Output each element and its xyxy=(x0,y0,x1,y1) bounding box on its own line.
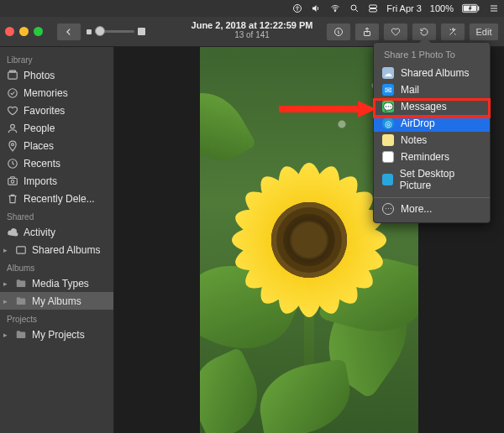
favorite-button[interactable] xyxy=(383,23,408,41)
messages-icon: 💬 xyxy=(382,101,394,112)
svg-point-2 xyxy=(351,5,356,10)
sidebar: Library Photos Memories Favorites People… xyxy=(0,47,114,433)
sidebar-item-photos[interactable]: Photos xyxy=(0,66,113,84)
sidebar-item-label: Photos xyxy=(24,70,55,81)
cloud-icon xyxy=(7,227,18,238)
upload-menu-icon[interactable] xyxy=(292,3,302,13)
airdrop-icon: ◎ xyxy=(382,117,394,129)
window-zoom-button[interactable] xyxy=(34,27,43,36)
sidebar-item-recents[interactable]: Recents xyxy=(0,154,113,172)
sidebar-item-memories[interactable]: Memories xyxy=(0,84,113,102)
edit-button[interactable]: Edit xyxy=(469,23,499,41)
sidebar-item-label: People xyxy=(24,123,55,134)
section-label-library: Library xyxy=(0,50,113,66)
sidebar-item-label: Shared Albums xyxy=(32,244,100,256)
svg-point-1 xyxy=(335,10,337,12)
enhance-button[interactable] xyxy=(440,23,465,41)
reminders-icon xyxy=(382,151,394,163)
svg-point-12 xyxy=(8,88,18,97)
share-menu-item-label: Shared Albums xyxy=(401,67,469,79)
places-icon xyxy=(7,140,18,152)
info-button[interactable] xyxy=(326,23,351,41)
cloud-icon: ☁ xyxy=(382,67,394,79)
svg-point-17 xyxy=(11,180,14,183)
sidebar-item-label: Memories xyxy=(24,87,68,99)
svg-point-13 xyxy=(11,124,15,128)
controlcenter-menu-icon[interactable] xyxy=(368,3,378,13)
sidebar-item-label: Recents xyxy=(24,158,60,170)
sidebar-item-imports[interactable]: Imports xyxy=(0,172,113,190)
sidebar-item-label: Imports xyxy=(24,175,57,187)
svg-rect-11 xyxy=(10,70,16,72)
desktop-icon xyxy=(382,174,393,185)
svg-point-14 xyxy=(12,143,14,145)
sidebar-item-shared-albums[interactable]: ▸ Shared Albums xyxy=(0,241,113,258)
svg-rect-18 xyxy=(11,176,15,178)
people-icon xyxy=(7,123,18,134)
disclosure-icon[interactable]: ▸ xyxy=(3,279,10,288)
back-button[interactable] xyxy=(56,23,81,41)
sidebar-item-label: My Albums xyxy=(32,295,81,307)
folder-icon xyxy=(15,278,27,290)
mac-menubar: Fri Apr 3 100% xyxy=(0,0,504,17)
title-block: June 2, 2018 at 12:22:59 PM 13 of 141 xyxy=(192,20,313,39)
share-menu-item-shared-albums[interactable]: ☁ Shared Albums xyxy=(374,65,490,81)
zoom-slider[interactable] xyxy=(87,28,145,35)
sidebar-item-label: Favorites xyxy=(24,105,65,117)
share-menu-item-set-desktop-picture[interactable]: Set Desktop Picture xyxy=(374,165,490,194)
memories-icon xyxy=(7,87,18,99)
sidebar-item-label: Media Types xyxy=(32,278,89,290)
sidebar-item-label: My Projects xyxy=(32,329,85,341)
section-label-shared: Shared xyxy=(0,207,113,223)
share-menu-item-messages[interactable]: 💬 Messages xyxy=(374,98,490,115)
disclosure-icon[interactable]: ▸ xyxy=(3,246,10,254)
section-label-albums: Albums xyxy=(0,258,113,274)
more-icon: ⋯ xyxy=(382,203,394,215)
share-menu-item-label: Reminders xyxy=(401,151,449,163)
share-menu-item-label: Notes xyxy=(401,134,427,146)
sidebar-item-activity[interactable]: Activity xyxy=(0,223,113,241)
svg-rect-4 xyxy=(370,9,377,13)
zoom-out-icon xyxy=(87,29,92,34)
share-menu-item-notes[interactable]: Notes xyxy=(374,132,490,149)
battery-menu-icon[interactable] xyxy=(462,3,480,13)
sidebar-item-my-projects[interactable]: ▸ My Projects xyxy=(0,326,113,343)
photos-icon xyxy=(7,70,18,81)
window-close-button[interactable] xyxy=(5,27,14,36)
wifi-menu-icon[interactable] xyxy=(329,3,341,13)
window-controls xyxy=(5,27,43,36)
share-menu-item-reminders[interactable]: Reminders xyxy=(374,149,490,165)
sidebar-item-label: Places xyxy=(24,140,54,152)
volume-menu-icon[interactable] xyxy=(311,3,321,13)
folder-icon xyxy=(15,329,27,341)
spotlight-menu-icon[interactable] xyxy=(349,3,360,13)
menubar-battery-pct: 100% xyxy=(430,3,454,13)
share-button[interactable] xyxy=(354,23,380,41)
window-minimize-button[interactable] xyxy=(19,27,29,36)
trash-icon xyxy=(7,193,18,205)
share-menu-item-label: Messages xyxy=(401,101,447,112)
section-label-projects: Projects xyxy=(0,310,113,326)
share-menu-item-airdrop[interactable]: ◎ AirDrop xyxy=(374,115,490,132)
disclosure-icon[interactable]: ▸ xyxy=(3,331,10,339)
svg-rect-19 xyxy=(17,246,26,253)
share-menu-item-more[interactable]: ⋯ More... xyxy=(374,197,490,217)
share-menu-item-label: Set Desktop Picture xyxy=(400,168,481,191)
notes-icon xyxy=(382,134,394,146)
sidebar-item-my-albums[interactable]: ▸ My Albums xyxy=(0,292,113,310)
sidebar-item-recently-deleted[interactable]: Recently Dele... xyxy=(0,190,113,207)
sidebar-item-media-types[interactable]: ▸ Media Types xyxy=(0,274,113,292)
share-menu-item-mail[interactable]: ✉ Mail xyxy=(374,81,490,98)
zoom-in-icon xyxy=(138,28,145,35)
sidebar-item-people[interactable]: People xyxy=(0,119,113,137)
share-menu-item-label: More... xyxy=(401,203,432,215)
notifications-menu-icon[interactable] xyxy=(489,3,499,13)
sidebar-item-label: Recently Dele... xyxy=(24,193,95,205)
sidebar-item-favorites[interactable]: Favorites xyxy=(0,102,113,119)
disclosure-icon[interactable]: ▸ xyxy=(3,297,10,305)
share-menu-popover: Share 1 Photo To ☁ Shared Albums ✉ Mail … xyxy=(373,42,491,223)
menubar-clock[interactable]: Fri Apr 3 xyxy=(386,3,422,13)
photo-counter: 13 of 141 xyxy=(192,30,313,39)
sidebar-item-places[interactable]: Places xyxy=(0,137,113,154)
recents-icon xyxy=(7,158,18,170)
